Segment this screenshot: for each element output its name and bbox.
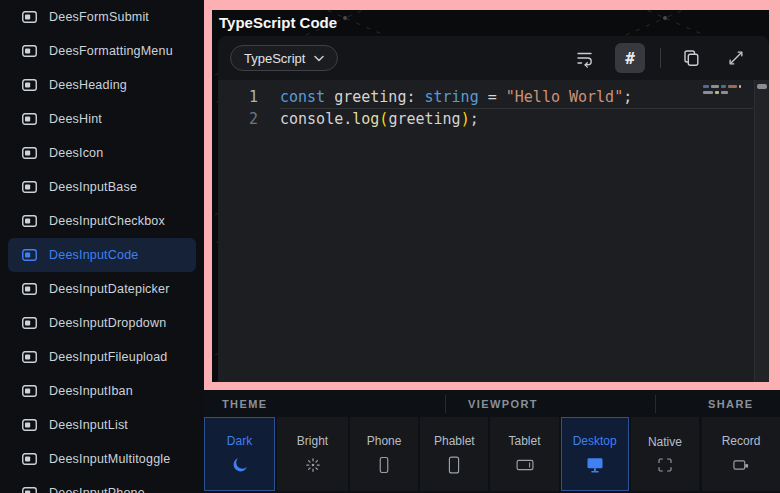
sidebar-item-deesinputiban[interactable]: DeesInputIban [8,374,196,408]
sidebar-item-deesinputlist[interactable]: DeesInputList [8,408,196,442]
line-numbers-icon[interactable]: # [615,43,645,73]
viewport-tablet-button[interactable]: Tablet [490,417,558,491]
component-icon [22,79,37,91]
component-icon [22,385,37,397]
demo-container: TypeScript Code TypeScript [212,10,769,382]
component-icon [22,215,37,227]
editor-toolbar: TypeScript [218,36,769,80]
sidebar-item-label: DeesInputCode [49,248,138,262]
sidebar-item-deesinputdropdown[interactable]: DeesInputDropdown [8,306,196,340]
component-icon [22,453,37,465]
header-divider [445,395,446,413]
component-sidebar: DeesFormSubmit DeesFormattingMenu DeesHe… [0,0,204,493]
bottom-toolbar-header: THEME VIEWPORT SHARE [204,390,780,417]
code-token: ; [470,110,479,128]
viewport-phone-button[interactable]: Phone [350,417,418,491]
word-wrap-icon[interactable] [570,43,600,73]
sidebar-item-label: DeesHeading [49,78,127,92]
component-icon [22,181,37,193]
expand-icon[interactable] [721,43,751,73]
code-token: : [406,88,424,106]
sidebar-item-label: DeesInputMultitoggle [49,452,170,466]
sidebar-item-deesinputcode[interactable]: DeesInputCode [8,238,196,272]
button-label: Tablet [508,434,540,448]
code-content: 1const greeting: string = "Hello World";… [218,86,753,130]
button-label: Phone [367,434,402,448]
header-divider [655,395,656,413]
line-number: 1 [218,86,258,108]
sidebar-item-label: DeesIcon [49,146,103,160]
sidebar-item-deeshint[interactable]: DeesHint [8,102,196,136]
share-record-button[interactable]: Record [702,417,780,491]
theme-bright-button[interactable]: Bright [277,417,348,491]
sun-icon [303,455,323,475]
component-icon [22,45,37,57]
bottom-toolbar: THEME VIEWPORT SHARE DarkBright PhonePha… [204,390,780,493]
code-token: ) [461,110,470,128]
code-token: . [343,110,352,128]
code-area[interactable]: 1const greeting: string = "Hello World";… [218,80,769,382]
code-token [325,88,334,106]
moon-icon [230,455,250,475]
sidebar-item-label: DeesInputBase [49,180,137,194]
button-label: Dark [227,434,252,448]
viewport-desktop-button[interactable]: Desktop [561,417,629,491]
sidebar-item-deesinputcheckbox[interactable]: DeesInputCheckbox [8,204,196,238]
sidebar-item-deesformattingmenu[interactable]: DeesFormattingMenu [8,34,196,68]
sidebar-item-deesinputphone[interactable]: DeesInputPhone [8,476,196,493]
viewport-native-button[interactable]: Native [631,417,699,491]
code-token: string [425,88,479,106]
component-icon [22,419,37,431]
code-token: log [352,110,379,128]
phablet-icon [444,455,464,475]
code-token: ; [623,88,632,106]
minimap[interactable] [703,85,749,97]
sidebar-item-label: DeesInputDropdown [49,316,166,330]
sidebar-item-label: DeesInputList [49,418,128,432]
scrollbar-thumb[interactable] [757,84,767,89]
hash-glyph: # [625,49,635,68]
sidebar-item-deesinputdatepicker[interactable]: DeesInputDatepicker [8,272,196,306]
code-token: greeting [388,110,460,128]
sidebar-item-deesicon[interactable]: DeesIcon [8,136,196,170]
sidebar-item-deesinputfileupload[interactable]: DeesInputFileupload [8,340,196,374]
desktop-icon [585,455,605,475]
scrollbar[interactable] [754,80,769,382]
sidebar-item-deesinputbase[interactable]: DeesInputBase [8,170,196,204]
viewport-button-group: PhonePhabletTabletDesktopNative [350,417,699,491]
line-number: 2 [218,108,258,130]
component-icon [22,317,37,329]
record-icon [731,455,751,475]
language-dropdown[interactable]: TypeScript [230,45,338,71]
sidebar-item-label: DeesInputCheckbox [49,214,165,228]
native-frame-icon [656,456,674,474]
sidebar-item-label: DeesInputFileupload [49,350,167,364]
component-icon [22,487,37,493]
component-icon [22,147,37,159]
demo-title: TypeScript Code [215,12,341,33]
theme-section-label: THEME [222,398,268,410]
theme-button-group: DarkBright [204,417,348,491]
sidebar-item-label: DeesInputDatepicker [49,282,170,296]
sidebar-item-label: DeesFormSubmit [49,10,149,24]
sidebar-item-label: DeesInputPhone [49,486,145,493]
theme-dark-button[interactable]: Dark [204,417,275,491]
copy-icon[interactable] [676,43,706,73]
sidebar-item-deesheading[interactable]: DeesHeading [8,68,196,102]
sidebar-item-deesformsubmit[interactable]: DeesFormSubmit [8,0,196,34]
code-editor: TypeScript [218,36,769,382]
toolbar-divider [660,48,661,68]
code-line[interactable]: 2console.log(greeting); [218,108,753,130]
viewport-section-label: VIEWPORT [468,398,538,410]
sidebar-item-deesinputmultitoggle[interactable]: DeesInputMultitoggle [8,442,196,476]
button-label: Native [648,435,682,449]
app-window: DeesFormSubmit DeesFormattingMenu DeesHe… [0,0,780,493]
preview-pane: TypeScript Code TypeScript [204,0,780,390]
tablet-icon [515,455,535,475]
code-line[interactable]: 1const greeting: string = "Hello World"; [218,86,753,108]
viewport-phablet-button[interactable]: Phablet [420,417,488,491]
button-label: Record [722,434,761,448]
code-token: const [280,88,325,106]
editor-toolbar-icons: # [570,43,751,73]
component-list: DeesFormSubmit DeesFormattingMenu DeesHe… [0,0,204,493]
